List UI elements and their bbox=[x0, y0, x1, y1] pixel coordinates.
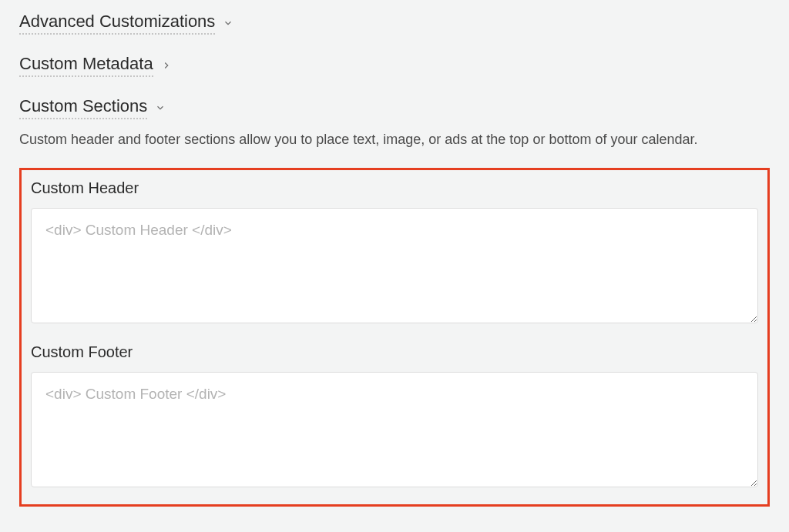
chevron-down-icon bbox=[155, 102, 166, 113]
custom-sections-panel: Custom Header Custom Footer bbox=[19, 168, 770, 507]
custom-header-group: Custom Header bbox=[31, 179, 758, 326]
custom-footer-label: Custom Footer bbox=[31, 343, 758, 361]
custom-metadata-toggle[interactable]: Custom Metadata bbox=[19, 54, 172, 77]
advanced-customizations-toggle[interactable]: Advanced Customizations bbox=[19, 12, 233, 35]
custom-footer-group: Custom Footer bbox=[31, 343, 758, 490]
custom-footer-textarea[interactable] bbox=[31, 372, 758, 487]
custom-header-textarea[interactable] bbox=[31, 208, 758, 323]
advanced-customizations-label: Advanced Customizations bbox=[19, 12, 215, 35]
custom-metadata-label: Custom Metadata bbox=[19, 54, 153, 77]
chevron-down-icon bbox=[223, 18, 233, 28]
custom-header-label: Custom Header bbox=[31, 179, 758, 197]
custom-sections-description: Custom header and footer sections allow … bbox=[19, 127, 744, 152]
chevron-right-icon bbox=[161, 60, 172, 71]
custom-sections-label: Custom Sections bbox=[19, 96, 147, 119]
custom-sections-toggle[interactable]: Custom Sections bbox=[19, 96, 166, 119]
